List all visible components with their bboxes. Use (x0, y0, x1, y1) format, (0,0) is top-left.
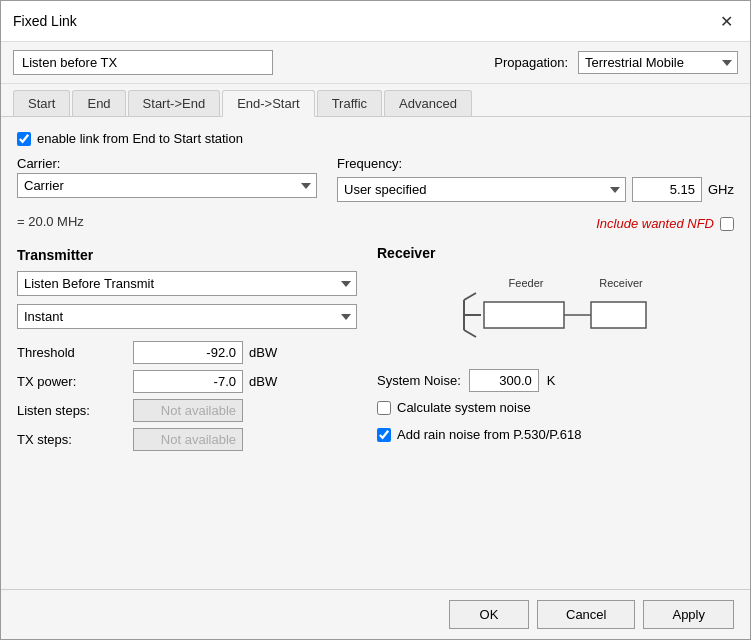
carrier-freq-row: Carrier: Carrier Frequency: User specifi… (17, 156, 734, 202)
tx-steps-label: TX steps: (17, 432, 127, 447)
transmitter-title: Transmitter (17, 247, 357, 263)
svg-rect-4 (591, 302, 646, 328)
nfd-checkbox[interactable] (720, 217, 734, 231)
propagation-select[interactable]: Terrestrial Mobile Free Space ITU-R P.45… (578, 51, 738, 74)
carrier-label: Carrier: (17, 156, 317, 171)
transmitter-mode-select[interactable]: Listen Before Transmit Always Transmit (17, 271, 357, 296)
tabs-bar: Start End Start->End End->Start Traffic … (1, 84, 750, 117)
listen-steps-label: Listen steps: (17, 403, 127, 418)
tab-start-end[interactable]: Start->End (128, 90, 221, 116)
system-noise-input[interactable] (469, 369, 539, 392)
receiver-diagram-svg: Feeder Receiver (446, 275, 666, 355)
system-noise-row: System Noise: K (377, 369, 734, 392)
svg-text:Feeder: Feeder (508, 277, 543, 289)
close-button[interactable]: ✕ (714, 9, 738, 33)
tx-steps-input (133, 428, 243, 451)
listen-steps-input (133, 399, 243, 422)
nfd-label: Include wanted NFD (596, 216, 714, 231)
system-noise-unit: K (547, 373, 556, 388)
cancel-button[interactable]: Cancel (537, 600, 635, 629)
two-column-layout: Transmitter Listen Before Transmit Alway… (17, 241, 734, 451)
calc-noise-checkbox[interactable] (377, 401, 391, 415)
frequency-unit: GHz (708, 182, 734, 197)
calc-noise-label: Calculate system noise (397, 400, 531, 415)
apply-button[interactable]: Apply (643, 600, 734, 629)
svg-rect-2 (484, 302, 564, 328)
fixed-link-dialog: Fixed Link ✕ Propagation: Terrestrial Mo… (0, 0, 751, 640)
receiver-diagram: Feeder Receiver (377, 275, 734, 355)
threshold-label: Threshold (17, 345, 127, 360)
tx-power-input[interactable] (133, 370, 243, 393)
nfd-row: Include wanted NFD (596, 216, 734, 231)
calc-noise-row: Calculate system noise (377, 400, 734, 415)
dialog-title: Fixed Link (13, 13, 77, 29)
mhz-text: = 20.0 MHz (17, 214, 84, 229)
tx-power-label: TX power: (17, 374, 127, 389)
tab-traffic[interactable]: Traffic (317, 90, 382, 116)
carrier-select[interactable]: Carrier (17, 173, 317, 198)
transmitter-section: Listen Before Transmit Always Transmit I… (17, 271, 357, 451)
frequency-row: User specified Carrier frequency Custom … (337, 177, 734, 202)
frequency-block: Frequency: User specified Carrier freque… (337, 156, 734, 202)
receiver-column: Receiver Feeder Receiver (377, 241, 734, 451)
tab-end-start[interactable]: End->Start (222, 90, 315, 117)
top-bar: Propagation: Terrestrial Mobile Free Spa… (1, 42, 750, 84)
transmitter-column: Transmitter Listen Before Transmit Alway… (17, 241, 357, 451)
transmitter-timing-select[interactable]: Instant Delayed (17, 304, 357, 329)
nfd-block: Include wanted NFD (556, 212, 734, 231)
enable-row: enable link from End to Start station (17, 131, 734, 146)
threshold-input[interactable] (133, 341, 243, 364)
frequency-value-input[interactable] (632, 177, 702, 202)
main-content: enable link from End to Start station Ca… (1, 117, 750, 589)
title-bar: Fixed Link ✕ (1, 1, 750, 42)
system-noise-label: System Noise: (377, 373, 461, 388)
bottom-buttons: OK Cancel Apply (1, 589, 750, 639)
tab-end[interactable]: End (72, 90, 125, 116)
propagation-label: Propagation: (494, 55, 568, 70)
svg-text:Receiver: Receiver (599, 277, 643, 289)
ok-button[interactable]: OK (449, 600, 529, 629)
enable-label: enable link from End to Start station (37, 131, 243, 146)
mhz-nfd-row: = 20.0 MHz Include wanted NFD (17, 212, 734, 231)
tab-advanced[interactable]: Advanced (384, 90, 472, 116)
enable-checkbox[interactable] (17, 132, 31, 146)
transmitter-fields-grid: Threshold dBW TX power: dBW Listen steps… (17, 341, 357, 451)
listen-before-tx-field[interactable] (13, 50, 273, 75)
rain-noise-label: Add rain noise from P.530/P.618 (397, 427, 582, 442)
receiver-title: Receiver (377, 245, 734, 261)
frequency-select[interactable]: User specified Carrier frequency Custom (337, 177, 626, 202)
carrier-block: Carrier: Carrier (17, 156, 317, 202)
rain-noise-row: Add rain noise from P.530/P.618 (377, 427, 734, 442)
frequency-label: Frequency: (337, 156, 734, 171)
rain-noise-checkbox[interactable] (377, 428, 391, 442)
tab-start[interactable]: Start (13, 90, 70, 116)
threshold-unit: dBW (249, 345, 299, 360)
tx-power-unit: dBW (249, 374, 299, 389)
